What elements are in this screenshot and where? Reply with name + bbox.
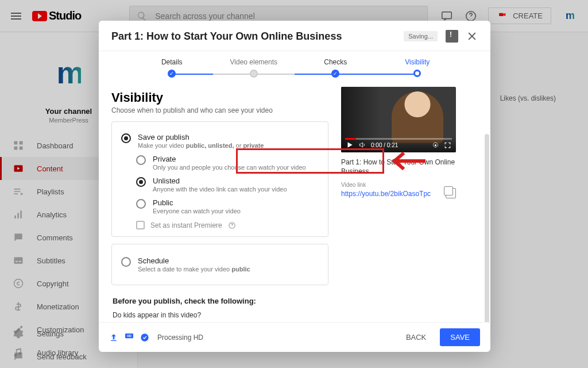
radio-icon xyxy=(136,155,146,165)
svg-rect-14 xyxy=(111,340,116,340)
play-icon[interactable] xyxy=(346,141,354,149)
schedule-desc: Select a date to make your video public xyxy=(138,266,250,273)
premiere-label: Set as instant Premiere xyxy=(150,221,222,229)
save-publish-desc: Make your video public, unlisted, or pri… xyxy=(138,142,264,149)
option-public[interactable]: Public Everyone can watch your video xyxy=(121,195,319,217)
visibility-column: Visibility Choose when to publish and wh… xyxy=(111,87,328,322)
back-button[interactable]: BACK xyxy=(398,328,434,346)
option-private[interactable]: Private Only you and people you choose c… xyxy=(121,152,319,174)
save-button[interactable]: SAVE xyxy=(440,328,480,346)
hd-badge-icon: HD xyxy=(124,334,134,342)
check-circle-icon xyxy=(140,333,149,342)
radio-icon xyxy=(136,177,146,187)
upload-modal: Part 1: How to Start Your Own Online Bus… xyxy=(99,21,490,352)
video-preview: 0:00 / 0:21 Part 1: How to Start Your Ow… xyxy=(341,87,456,198)
svg-point-13 xyxy=(435,144,436,145)
volume-icon[interactable] xyxy=(358,141,366,149)
public-label: Public xyxy=(153,198,241,207)
stepper: Details Video elements Checks Visibility xyxy=(99,51,490,83)
visibility-subtitle: Choose when to publish and who can see y… xyxy=(111,106,328,114)
video-link-label: Video link xyxy=(341,182,456,188)
option-unlisted[interactable]: Unlisted Anyone with the video link can … xyxy=(121,174,319,195)
save-publish-label: Save or publish xyxy=(138,133,264,141)
radio-icon xyxy=(121,257,131,267)
send-feedback-icon[interactable] xyxy=(446,30,458,43)
step-visibility[interactable]: Visibility xyxy=(377,58,459,77)
processing-text: Processing HD xyxy=(157,334,203,342)
modal-header: Part 1: How to Start Your Own Online Bus… xyxy=(99,21,490,51)
public-desc: Everyone can watch your video xyxy=(153,208,241,214)
preview-title: Part 1: How to Start Your Own Online Bus… xyxy=(341,158,456,176)
modal-scrollbar[interactable] xyxy=(485,134,489,322)
radio-icon xyxy=(136,199,146,209)
modal-body: Visibility Choose when to publish and wh… xyxy=(99,83,490,322)
option-schedule[interactable]: Schedule Select a date to make your vide… xyxy=(121,254,319,275)
fullscreen-icon[interactable] xyxy=(444,141,451,149)
help-icon[interactable] xyxy=(228,221,236,229)
time-display: 0:00 / 0:21 xyxy=(371,142,398,148)
pre-publish-q1: Do kids appear in this video? xyxy=(113,311,327,319)
copy-icon[interactable] xyxy=(446,188,456,198)
unlisted-desc: Anyone with the video link can watch you… xyxy=(153,186,287,193)
video-player[interactable]: 0:00 / 0:21 xyxy=(341,87,456,152)
upload-complete-icon xyxy=(109,333,118,342)
radio-icon xyxy=(121,133,131,143)
close-icon[interactable] xyxy=(466,30,478,42)
schedule-label: Schedule xyxy=(138,256,250,265)
pre-publish-section: Before you publish, check the following:… xyxy=(111,297,328,322)
step-video-elements[interactable]: Video elements xyxy=(213,58,295,78)
modal-footer: HD Processing HD BACK SAVE xyxy=(99,322,490,352)
instant-premiere[interactable]: Set as instant Premiere xyxy=(121,221,319,229)
checkbox-icon xyxy=(136,221,145,229)
seek-bar[interactable] xyxy=(345,138,452,140)
svg-point-17 xyxy=(141,334,148,341)
step-details[interactable]: Details xyxy=(131,58,213,78)
preview-column: 0:00 / 0:21 Part 1: How to Start Your Ow… xyxy=(341,87,478,322)
schedule-card: Schedule Select a date to make your vide… xyxy=(111,244,328,285)
option-save-publish[interactable]: Save or publish Make your video public, … xyxy=(121,130,319,152)
save-publish-card: Save or publish Make your video public, … xyxy=(111,121,328,237)
processing-icons: HD xyxy=(109,333,149,342)
player-controls: 0:00 / 0:21 xyxy=(341,137,456,152)
visibility-heading: Visibility xyxy=(111,90,328,105)
unlisted-label: Unlisted xyxy=(153,177,287,185)
private-label: Private xyxy=(153,155,306,163)
settings-gear-icon[interactable] xyxy=(432,141,439,149)
private-desc: Only you and people you choose can watch… xyxy=(153,164,306,171)
video-link[interactable]: https://youtu.be/2bikOasoTpc xyxy=(341,190,431,198)
step-checks[interactable]: Checks xyxy=(295,58,377,78)
modal-title: Part 1: How to Start Your Own Online Bus… xyxy=(111,30,404,43)
pre-publish-heading: Before you publish, check the following: xyxy=(113,297,327,305)
svg-text:HD: HD xyxy=(127,334,131,338)
saving-badge: Saving... xyxy=(404,31,438,41)
